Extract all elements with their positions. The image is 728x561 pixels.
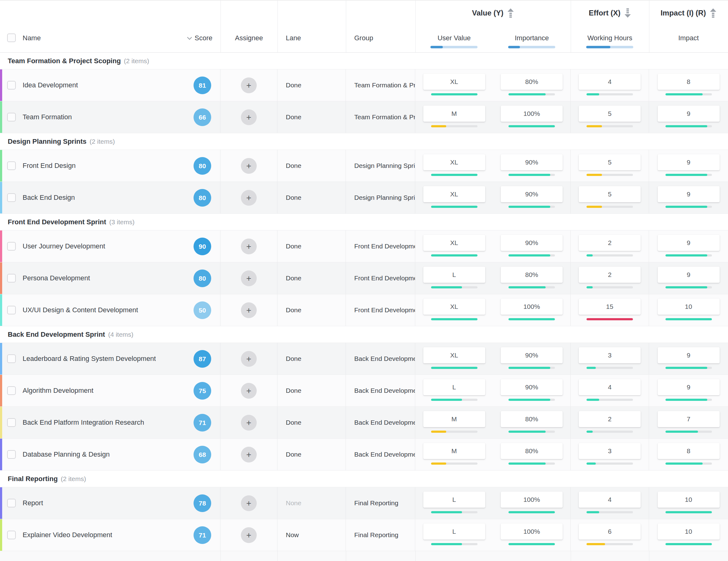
user-value-cell-value[interactable]: XL (423, 299, 485, 315)
impact-cell[interactable]: 9 (649, 375, 728, 407)
user-value-cell[interactable]: XL (415, 343, 493, 375)
importance-cell[interactable]: 90% (493, 343, 571, 375)
user-value-cell-value[interactable]: M (423, 443, 485, 459)
importance-cell-value[interactable]: 90% (501, 235, 563, 251)
impact-cell-value[interactable]: 9 (658, 379, 720, 395)
impact-cell[interactable]: 9 (649, 262, 728, 294)
impact-cell[interactable]: 10 (649, 487, 728, 519)
user-value-cell[interactable]: L (415, 487, 493, 519)
working-hours-cell[interactable]: 4 (571, 69, 649, 101)
importance-cell[interactable]: 100% (493, 101, 571, 133)
lane-cell[interactable]: Now (277, 519, 346, 551)
row-checkbox[interactable] (7, 531, 16, 539)
user-value-column-header[interactable]: User Value (415, 33, 493, 43)
group-cell[interactable]: Back End Development Sprint (346, 375, 415, 407)
user-value-cell-value[interactable]: M (423, 106, 485, 122)
add-assignee-button[interactable]: + (241, 158, 257, 174)
user-value-cell-value[interactable]: XL (423, 347, 485, 363)
impact-cell-value[interactable]: 9 (658, 186, 720, 202)
working-hours-cell-value[interactable]: 6 (579, 524, 641, 540)
lane-cell[interactable]: Done (277, 182, 346, 213)
importance-cell[interactable]: 90% (493, 230, 571, 262)
lane-cell[interactable]: Done (277, 375, 346, 407)
importance-cell[interactable]: 100% (493, 294, 571, 326)
user-value-cell-value[interactable]: XL (423, 235, 485, 251)
working-hours-cell-value[interactable]: 15 (579, 299, 641, 315)
lane-cell[interactable]: None (277, 487, 346, 519)
working-hours-cell-value[interactable]: 4 (579, 379, 641, 395)
value-group-header[interactable]: Value (Y) (415, 7, 571, 19)
impact-cell-value[interactable]: 9 (658, 154, 720, 170)
importance-cell[interactable]: 100% (493, 519, 571, 551)
importance-cell[interactable]: 90% (493, 182, 571, 213)
table-row[interactable]: Persona Development 80 + Done Front End … (0, 262, 728, 294)
add-assignee-button[interactable]: + (241, 77, 257, 93)
user-value-cell-value[interactable]: L (423, 524, 485, 540)
impact-cell[interactable]: 9 (649, 101, 728, 133)
add-assignee-button[interactable]: + (241, 527, 257, 543)
working-hours-cell-value[interactable]: 4 (579, 74, 641, 90)
lane-cell[interactable]: Done (277, 343, 346, 375)
group-cell[interactable]: Team Formation & Project Scoping (346, 101, 415, 133)
lane-cell[interactable]: Done (277, 262, 346, 294)
impact-cell-value[interactable]: 8 (658, 74, 720, 90)
importance-cell[interactable]: 90% (493, 150, 571, 181)
working-hours-cell-value[interactable]: 4 (579, 492, 641, 508)
table-row[interactable]: Report 78 + None Final Reporting L 100% … (0, 487, 728, 519)
working-hours-cell[interactable]: 3 (571, 343, 649, 375)
add-assignee-button[interactable]: + (241, 383, 257, 399)
impact-cell-value[interactable]: 9 (658, 267, 720, 283)
importance-cell-value[interactable]: 100% (501, 299, 563, 315)
group-cell[interactable]: Back End Development Sprint (346, 407, 415, 438)
working-hours-cell[interactable]: 5 (571, 150, 649, 181)
row-checkbox[interactable] (7, 386, 16, 395)
lane-cell[interactable]: Done (277, 407, 346, 438)
user-value-cell-value[interactable]: M (423, 411, 485, 427)
lane-cell[interactable]: Done (277, 230, 346, 262)
row-checkbox[interactable] (7, 81, 16, 89)
score-column-header[interactable]: Score (133, 33, 212, 43)
importance-cell-value[interactable]: 100% (501, 106, 563, 122)
row-checkbox[interactable] (7, 450, 16, 459)
user-value-cell[interactable]: L (415, 262, 493, 294)
row-checkbox[interactable] (7, 418, 16, 427)
add-assignee-button[interactable]: + (241, 447, 257, 463)
group-cell[interactable]: Front End Development Sprint (346, 294, 415, 326)
working-hours-cell-value[interactable]: 2 (579, 267, 641, 283)
impact-cell-value[interactable]: 9 (658, 235, 720, 251)
impact-cell-value[interactable]: 8 (658, 443, 720, 459)
user-value-cell[interactable]: XL (415, 182, 493, 213)
impact-cell-value[interactable]: 10 (658, 492, 720, 508)
table-row[interactable]: Back End Platform Integration Research 7… (0, 407, 728, 439)
impact-group-header[interactable]: Impact (I) (R) (649, 7, 728, 19)
group-cell[interactable]: Team Formation & Project Scoping (346, 69, 415, 101)
importance-cell-value[interactable]: 100% (501, 524, 563, 540)
group-cell[interactable]: Design Planning Sprints (346, 182, 415, 213)
working-hours-cell-value[interactable]: 3 (579, 347, 641, 363)
importance-cell-value[interactable]: 90% (501, 154, 563, 170)
user-value-cell[interactable]: XL (415, 294, 493, 326)
effort-group-header[interactable]: Effort (X) (571, 7, 649, 19)
importance-cell[interactable]: 80% (493, 439, 571, 470)
working-hours-cell[interactable]: 4 (571, 375, 649, 407)
impact-cell[interactable]: 8 (649, 439, 728, 470)
lane-cell[interactable]: Done (277, 150, 346, 181)
user-value-cell[interactable]: M (415, 101, 493, 133)
add-assignee-button[interactable]: + (241, 415, 257, 431)
importance-cell[interactable]: 80% (493, 262, 571, 294)
lane-cell[interactable]: Done (277, 294, 346, 326)
user-value-cell[interactable]: L (415, 519, 493, 551)
user-value-cell[interactable]: M (415, 407, 493, 438)
table-row[interactable]: UX/UI Design & Content Development 50 + … (0, 294, 728, 326)
importance-cell[interactable]: 90% (493, 375, 571, 407)
select-all-checkbox[interactable] (7, 33, 16, 42)
table-row[interactable]: Leaderboard & Rating System Development … (0, 343, 728, 375)
group-cell[interactable]: Front End Development Sprint (346, 262, 415, 294)
group-cell[interactable]: Back End Development Sprint (346, 343, 415, 375)
importance-cell-value[interactable]: 90% (501, 347, 563, 363)
row-checkbox[interactable] (7, 242, 16, 250)
importance-cell-value[interactable]: 90% (501, 186, 563, 202)
impact-cell[interactable]: 8 (649, 69, 728, 101)
impact-cell[interactable]: 9 (649, 343, 728, 375)
lane-cell[interactable]: Done (277, 101, 346, 133)
